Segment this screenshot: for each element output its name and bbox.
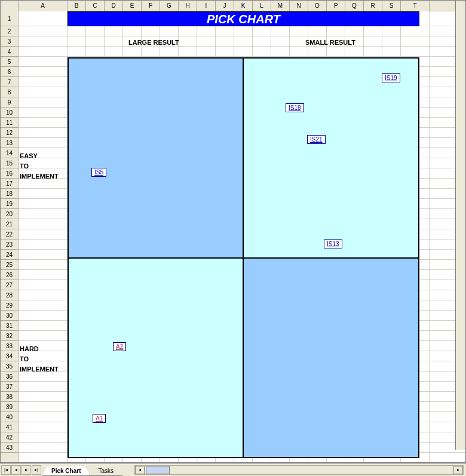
spreadsheet: ABCDEFGHIJKLMNOPQRST 1234567891011121314…: [0, 0, 466, 463]
row-header-34[interactable]: 34: [1, 351, 18, 361]
row-header-15[interactable]: 15: [1, 158, 18, 168]
chip-is18[interactable]: IS18: [286, 103, 304, 112]
row-header-6[interactable]: 6: [1, 67, 18, 77]
row-header-35[interactable]: 35: [1, 361, 18, 371]
row-header-5[interactable]: 5: [1, 57, 18, 67]
ylabel-hard-3: IMPLEMENT: [20, 366, 59, 373]
col-header-H[interactable]: H: [179, 1, 197, 11]
row-header-40[interactable]: 40: [1, 412, 18, 422]
tab-pick-chart[interactable]: Pick Chart: [42, 466, 90, 476]
row-header-33[interactable]: 33: [1, 341, 18, 351]
row-header-13[interactable]: 13: [1, 138, 18, 148]
row-header-16[interactable]: 16: [1, 168, 18, 179]
row-header-2[interactable]: 2: [1, 26, 18, 36]
row-header-42[interactable]: 42: [1, 432, 18, 443]
row-header-25[interactable]: 25: [1, 260, 18, 270]
col-header-G[interactable]: G: [160, 1, 179, 11]
vertical-scrollbar[interactable]: [455, 1, 465, 450]
row-header-14[interactable]: 14: [1, 148, 18, 158]
col-header-A[interactable]: A: [19, 1, 68, 11]
col-header-S[interactable]: S: [382, 1, 401, 11]
row-header-18[interactable]: 18: [1, 189, 18, 199]
row-header-4[interactable]: 4: [1, 47, 18, 57]
row-header-26[interactable]: 26: [1, 270, 18, 280]
col-header-R[interactable]: R: [364, 1, 382, 11]
row-header-29[interactable]: 29: [1, 300, 18, 311]
col-header-T[interactable]: T: [401, 1, 430, 11]
row-header-1[interactable]: 1: [1, 11, 18, 26]
quadrant-large-hard: [68, 257, 244, 458]
row-header-23[interactable]: 23: [1, 239, 18, 250]
tab-tasks[interactable]: Tasks: [89, 466, 122, 476]
header-small-result: SMALL RESULT: [305, 39, 355, 46]
col-header-B[interactable]: B: [68, 1, 86, 11]
column-headers: ABCDEFGHIJKLMNOPQRST: [1, 1, 465, 11]
sheet-tab-bar: |◂ ◂ ▸ ▸| Pick Chart Tasks ◂ ▸: [0, 463, 466, 476]
col-header-L[interactable]: L: [253, 1, 271, 11]
row-header-39[interactable]: 39: [1, 402, 18, 412]
ylabel-hard-1: HARD: [20, 345, 39, 352]
col-header-C[interactable]: C: [86, 1, 105, 11]
row-header-38[interactable]: 38: [1, 392, 18, 402]
nav-first-button[interactable]: |◂: [1, 465, 11, 475]
ylabel-easy-1: EASY: [20, 152, 38, 159]
row-header-17[interactable]: 17: [1, 179, 18, 189]
row-header-10[interactable]: 10: [1, 108, 18, 118]
ylabel-easy-3: IMPLEMENT: [20, 173, 59, 180]
row-header-32[interactable]: 32: [1, 331, 18, 341]
row-header-28[interactable]: 28: [1, 290, 18, 300]
col-header-K[interactable]: K: [234, 1, 253, 11]
row-header-21[interactable]: 21: [1, 219, 18, 229]
col-header-N[interactable]: N: [290, 1, 308, 11]
col-header-P[interactable]: P: [327, 1, 345, 11]
col-header-Q[interactable]: Q: [345, 1, 364, 11]
row-header-30[interactable]: 30: [1, 311, 18, 321]
quadrant-small-hard: [243, 257, 419, 458]
horizontal-scrollbar[interactable]: ◂ ▸: [134, 465, 464, 475]
ylabel-easy-2: TO: [20, 162, 29, 170]
chip-is13[interactable]: IS13: [324, 239, 342, 248]
row-headers: 1234567891011121314151617181920212223242…: [1, 11, 19, 462]
nav-last-button[interactable]: ▸|: [32, 465, 41, 475]
row-header-9[interactable]: 9: [1, 97, 18, 108]
chart-title: PICK CHART: [68, 11, 419, 26]
quadrant-large-easy: [68, 57, 244, 259]
cell-grid[interactable]: PICK CHART LARGE RESULT SMALL RESULT EAS…: [19, 11, 465, 462]
col-header-J[interactable]: J: [216, 1, 234, 11]
row-header-43[interactable]: 43: [1, 443, 18, 453]
row-header-12[interactable]: 12: [1, 128, 18, 138]
row-header-24[interactable]: 24: [1, 250, 18, 260]
scroll-right-button[interactable]: ▸: [453, 466, 463, 474]
row-header-31[interactable]: 31: [1, 321, 18, 331]
chip-is5[interactable]: IS5: [91, 168, 106, 177]
header-large-result: LARGE RESULT: [128, 39, 179, 46]
col-header-M[interactable]: M: [271, 1, 290, 11]
row-header-22[interactable]: 22: [1, 229, 18, 239]
row-header-7[interactable]: 7: [1, 77, 18, 87]
chip-a1[interactable]: A1: [93, 414, 106, 423]
row-header-19[interactable]: 19: [1, 199, 18, 209]
col-header-O[interactable]: O: [308, 1, 327, 11]
scroll-left-button[interactable]: ◂: [135, 466, 145, 474]
row-header-36[interactable]: 36: [1, 371, 18, 382]
scroll-thumb[interactable]: [146, 466, 170, 474]
chip-is21[interactable]: IS21: [307, 135, 326, 144]
row-header-3[interactable]: 3: [1, 36, 18, 47]
ylabel-hard-2: TO: [20, 355, 29, 363]
col-header-E[interactable]: E: [123, 1, 142, 11]
col-header-I[interactable]: I: [197, 1, 216, 11]
select-all-corner[interactable]: [1, 1, 19, 11]
row-header-8[interactable]: 8: [1, 87, 18, 97]
row-header-20[interactable]: 20: [1, 209, 18, 219]
nav-prev-button[interactable]: ◂: [11, 465, 21, 475]
nav-next-button[interactable]: ▸: [22, 465, 31, 475]
quadrant-small-easy: [243, 57, 419, 259]
row-header-11[interactable]: 11: [1, 118, 18, 128]
row-header-41[interactable]: 41: [1, 422, 18, 432]
chip-is19[interactable]: IS19: [382, 73, 400, 82]
col-header-D[interactable]: D: [105, 1, 123, 11]
row-header-37[interactable]: 37: [1, 382, 18, 392]
row-header-27[interactable]: 27: [1, 280, 18, 290]
col-header-F[interactable]: F: [142, 1, 160, 11]
chip-a2[interactable]: A2: [113, 342, 126, 351]
